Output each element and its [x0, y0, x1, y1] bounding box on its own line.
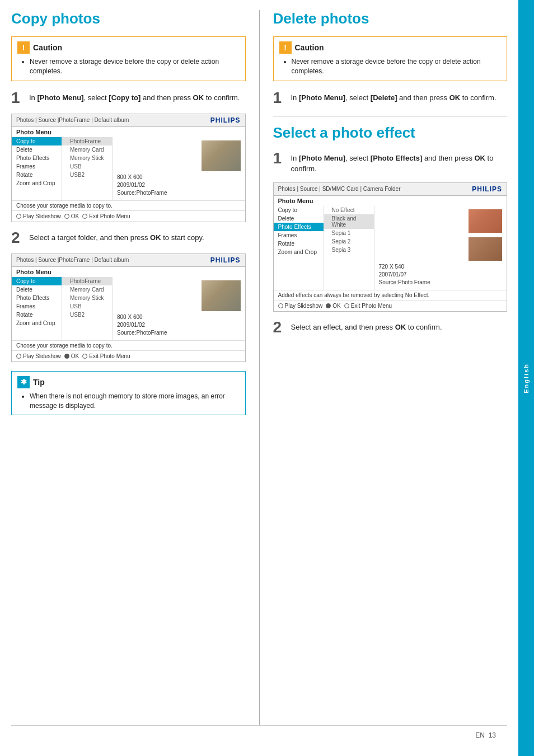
effects-footer-note: Added effects can always be removed by s…: [274, 290, 507, 300]
left-section-title: Copy photos: [11, 10, 246, 27]
sidebar: English: [518, 0, 534, 756]
screen2-breadcrumb: Photos | Source |PhotoFrame | Default al…: [16, 257, 129, 263]
menu-item-rotate: Rotate: [12, 171, 62, 179]
menu-item-photoeffects: Photo Effects: [12, 154, 62, 162]
right-step3: 2 Select an effect, and then press OK to…: [273, 320, 508, 335]
submenu-memstick: Memory Stick: [62, 154, 112, 162]
menu-item-delete: Delete: [12, 145, 62, 154]
effects-logo: PHILIPS: [472, 185, 502, 193]
screen2-logo: PHILIPS: [210, 256, 241, 264]
right-step1-number: 1: [273, 90, 285, 106]
tip-text: When there is not enough memory to store…: [30, 392, 240, 411]
caution-icon: !: [17, 41, 30, 54]
effect-sepia2: Sepia 2: [324, 237, 374, 246]
section-divider: [273, 116, 508, 116]
right-step1-text: In [Photo Menu], select [Delete] and the…: [291, 90, 496, 104]
menu2-rotate: Rotate: [12, 311, 62, 319]
screen1-photo: [202, 140, 241, 171]
radio5: [64, 354, 69, 359]
right-step1: 1 In [Photo Menu], select [Delete] and t…: [273, 90, 508, 106]
step1-text: In [Photo Menu], select [Copy to] and th…: [29, 90, 240, 104]
eff-menu-rotate: Rotate: [274, 240, 324, 248]
menu2-zoomcrop: Zoom and Crop: [12, 319, 62, 327]
screen1-footer: Play Slideshow OK Exit Photo Menu: [12, 210, 245, 222]
footer-ok: OK: [71, 213, 79, 219]
eff-menu-frames: Frames: [274, 231, 324, 240]
step1-number: 1: [11, 90, 24, 106]
screen2-photo: [202, 280, 241, 311]
submenu2-usb: USB: [62, 302, 112, 311]
submenu2-memstick: Memory Stick: [62, 294, 112, 302]
sidebar-label: English: [523, 363, 530, 393]
footer2-slideshow: Play Slideshow: [23, 353, 61, 359]
eff-radio3: [344, 303, 349, 308]
radio6: [82, 354, 87, 359]
screen1-meta: 800 X 6002009/01/02Source:PhotoFrame: [117, 173, 241, 197]
menu-item-frames: Frames: [12, 162, 62, 171]
radio4: [16, 354, 21, 359]
right-step3-number: 2: [273, 320, 285, 335]
tip-title: Tip: [33, 378, 45, 387]
step2-number: 2: [11, 230, 24, 246]
eff-footer-exit: Exit Photo Menu: [351, 303, 392, 309]
eff-menu-photoeffects: Photo Effects: [274, 223, 324, 231]
screen-effects: Photos | Source | SD/MMC Card | Camera F…: [273, 182, 508, 312]
right-caution-box: ! Caution Never remove a storage device …: [273, 36, 508, 81]
submenu2-photoframe: PhotoFrame: [62, 277, 112, 285]
eff-menu-copyto: Copy to: [274, 206, 324, 214]
eff-menu-delete: Delete: [274, 214, 324, 223]
screen2: Photos | Source |PhotoFrame | Default al…: [11, 253, 246, 362]
screen1: Photos | Source |PhotoFrame | Default al…: [11, 114, 246, 222]
menu2-copyto: Copy to: [12, 277, 62, 285]
screen1-menu-title: Photo Menu: [12, 127, 245, 137]
submenu-memcard: Memory Card: [62, 145, 112, 154]
effect-noeffect: No Effect: [324, 206, 374, 214]
right-step2-text: In [Photo Menu], select [Photo Effects] …: [291, 151, 508, 175]
radio2: [64, 214, 69, 219]
submenu-photoframe: PhotoFrame: [62, 137, 112, 145]
right-caution-title: Caution: [295, 43, 324, 52]
page-number: 13: [489, 731, 496, 739]
screen1-breadcrumb: Photos | Source |PhotoFrame | Default al…: [16, 117, 129, 123]
effects-breadcrumb: Photos | Source | SD/MMC Card | Camera F…: [278, 186, 401, 192]
effect-sepia3: Sepia 3: [324, 246, 374, 254]
menu-item-copyto: Copy to: [12, 137, 62, 145]
screen2-footer-note: Choose your storage media to copy to.: [12, 340, 245, 350]
eff-footer-ok: OK: [332, 303, 340, 309]
right-step2-number: 1: [273, 151, 285, 166]
right-step3-text: Select an effect, and then press OK to c…: [291, 320, 442, 333]
page-lang: EN: [475, 731, 485, 739]
submenu-usb2: USB2: [62, 171, 112, 179]
caution-text: Never remove a storage device before the…: [30, 57, 240, 76]
eff-menu-zoomcrop: Zoom and Crop: [274, 248, 324, 256]
right-section2-title: Select a photo effect: [273, 124, 508, 142]
menu2-delete: Delete: [12, 285, 62, 294]
effects-footer: Play Slideshow OK Exit Photo Menu: [274, 300, 507, 311]
effect-bw: Black and White: [324, 214, 374, 229]
screen1-logo: PHILIPS: [210, 116, 241, 124]
footer2-exit: Exit Photo Menu: [89, 353, 130, 359]
screen2-menu-title: Photo Menu: [12, 267, 245, 277]
effects-photo1: [469, 209, 502, 233]
menu2-frames: Frames: [12, 302, 62, 311]
radio1: [16, 214, 21, 219]
effects-photo2: [469, 237, 502, 261]
left-step1: 1 In [Photo Menu], select [Copy to] and …: [11, 90, 246, 106]
footer-exit: Exit Photo Menu: [89, 213, 130, 219]
radio3: [82, 214, 87, 219]
right-caution-icon: !: [279, 41, 292, 54]
caution-title: Caution: [33, 43, 62, 52]
footer-slideshow: Play Slideshow: [23, 213, 61, 219]
eff-radio1: [278, 303, 283, 308]
footer2-ok: OK: [71, 353, 79, 359]
left-caution-box: ! Caution Never remove a storage device …: [11, 36, 246, 81]
screen2-footer: Play Slideshow OK Exit Photo Menu: [12, 350, 245, 361]
step2-text: Select a target folder, and then press O…: [29, 230, 204, 243]
effect-sepia1: Sepia 1: [324, 229, 374, 237]
effects-meta: 720 X 5402007/01/07Source:Photo Frame: [379, 263, 503, 287]
right-caution-text: Never remove a storage device before the…: [292, 57, 502, 76]
submenu2-memcard: Memory Card: [62, 285, 112, 294]
eff-radio2: [326, 303, 331, 308]
submenu2-usb2: USB2: [62, 311, 112, 319]
left-step2: 2 Select a target folder, and then press…: [11, 230, 246, 246]
